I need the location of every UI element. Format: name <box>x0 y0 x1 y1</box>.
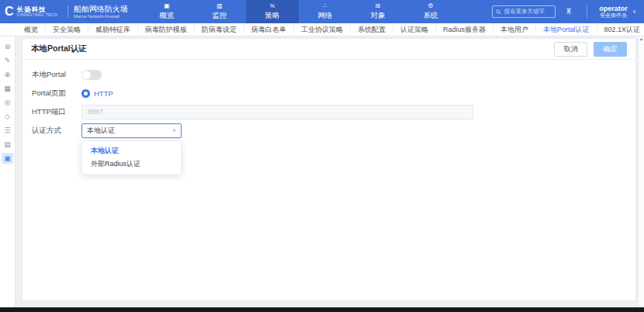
icon-sidebar: ⊚ ✎ ⊕ ▦ ◎ ◇ ☰ ▤ ▣ <box>0 36 16 307</box>
panel-actions: 取消 确定 <box>554 42 627 57</box>
toggle-knob <box>82 71 91 79</box>
subtab-overview[interactable]: 概览 <box>17 26 46 33</box>
product-title: 船舶网络防火墙 Marine Network Firewall <box>74 5 128 19</box>
product-title-en: Marine Network Firewall <box>74 14 128 19</box>
local-portal-auth-panel: 本地Portal认证 取消 确定 本地Portal Portal页面 HTTP <box>22 38 636 301</box>
policy-subtab-bar: 概览 安全策略 威胁特征库 病毒防护模板 防病毒设定 病毒白名单 工业协议策略 … <box>0 23 644 36</box>
subtab-auth-policy[interactable]: 认证策略 <box>393 26 436 33</box>
portal-page-label: Portal页面 <box>32 88 81 99</box>
book-icon[interactable]: ▤ <box>2 139 13 150</box>
target-icon[interactable]: ◎ <box>2 97 13 108</box>
nav-label: 网络 <box>317 11 332 21</box>
portal-page-radio-group: HTTP <box>81 89 113 98</box>
option-local-auth[interactable]: 本地认证 <box>82 144 181 158</box>
local-portal-label: 本地Portal <box>32 70 81 80</box>
nav-label: 策略 <box>265 11 279 21</box>
nav-icon: ▥ <box>216 3 223 9</box>
user-name: operator <box>599 5 628 12</box>
nav-monitoring[interactable]: ▥ 监控 <box>193 0 246 23</box>
main-content: 本地Portal认证 取消 确定 本地Portal Portal页面 HTTP <box>16 36 644 307</box>
nav-objects[interactable]: ⊞ 对象 <box>351 0 404 23</box>
scroll-up-icon[interactable]: ▲ <box>639 36 644 42</box>
top-navigation: ▣ 概览 ▥ 监控 ≒ 策略 ∴ 网络 ⊞ 对象 <box>140 0 457 23</box>
nav-label: 概览 <box>159 11 174 21</box>
http-port-input: 8887 <box>81 105 473 120</box>
window-bottom-edge <box>0 307 644 312</box>
option-external-radius[interactable]: 外部Radius认证 <box>82 158 181 171</box>
confirm-button[interactable]: 确定 <box>594 42 627 57</box>
cancel-button[interactable]: 取消 <box>554 42 587 57</box>
subtab-8021x-auth[interactable]: 802.1X认证 <box>597 26 644 33</box>
subtab-virus-protection-template[interactable]: 病毒防护模板 <box>138 26 195 33</box>
gear-circle-icon[interactable]: ⊚ <box>2 41 13 52</box>
app-header: C 长扬科技 CHANGYANG TECH 船舶网络防火墙 Marine Net… <box>0 0 644 23</box>
form-row-auth-method: 认证方式 本地认证 ∧ <box>32 121 626 140</box>
screen-icon[interactable]: ♜ <box>565 8 572 16</box>
subtab-antivirus-settings[interactable]: 防病毒设定 <box>195 26 244 33</box>
nav-icon: ∴ <box>323 3 327 9</box>
grid-icon[interactable]: ▦ <box>2 83 13 94</box>
http-radio-label: HTTP <box>94 89 113 98</box>
subtab-industrial-protocol-policy[interactable]: 工业协议策略 <box>294 26 351 33</box>
pen-tool-icon[interactable]: ✎ <box>2 55 13 66</box>
nav-icon: ⚙ <box>428 3 433 9</box>
nav-label: 对象 <box>370 11 385 21</box>
portal-auth-form: 本地Portal Portal页面 HTTP HTTP端口 8887 <box>23 60 635 145</box>
form-row-portal-page: Portal页面 HTTP <box>32 84 626 102</box>
auth-method-select[interactable]: 本地认证 ∧ <box>81 123 182 138</box>
nav-overview[interactable]: ▣ 概览 <box>140 0 193 23</box>
globe-icon[interactable]: ⊕ <box>2 69 13 80</box>
nav-icon: ≒ <box>270 3 275 9</box>
http-radio[interactable] <box>81 89 90 98</box>
brand-name-en: CHANGYANG TECH <box>17 13 57 18</box>
subtab-security-policy[interactable]: 安全策略 <box>46 26 88 33</box>
monitor-icon[interactable]: ▣ <box>2 153 13 164</box>
user-role: 安全操作员 <box>600 12 627 19</box>
user-menu[interactable]: operator 安全操作员 <box>599 5 628 19</box>
form-row-http-port: HTTP端口 8887 <box>32 102 626 121</box>
chevron-up-icon: ∧ <box>172 127 176 133</box>
subtab-system-config[interactable]: 系统配置 <box>351 26 393 33</box>
nav-icon: ⊞ <box>376 3 381 9</box>
brand-logo-icon: C <box>5 5 14 18</box>
subtab-local-portal-auth[interactable]: 本地Portal认证 <box>536 26 597 33</box>
search-icon <box>496 9 501 15</box>
header-divider <box>68 5 68 18</box>
auth-method-dropdown: 本地认证 外部Radius认证 <box>81 140 182 175</box>
header-divider <box>587 5 587 18</box>
nav-label: 系统 <box>423 11 438 21</box>
subtab-radius-server[interactable]: Radius服务器 <box>436 26 493 33</box>
nav-system[interactable]: ⚙ 系统 <box>404 0 457 23</box>
product-title-cn: 船舶网络防火墙 <box>74 5 128 14</box>
subtab-local-user[interactable]: 本地用户 <box>493 26 536 33</box>
nav-icon: ▣ <box>164 3 170 9</box>
local-portal-toggle[interactable] <box>81 70 102 80</box>
subtab-virus-whitelist[interactable]: 病毒白名单 <box>244 26 294 33</box>
vertical-scrollbar[interactable]: ▲ <box>638 36 644 307</box>
shield-icon[interactable]: ◇ <box>2 111 13 122</box>
nav-policy[interactable]: ≒ 策略 <box>246 0 299 23</box>
auth-method-label: 认证方式 <box>32 126 81 136</box>
panel-title: 本地Portal认证 <box>31 43 87 54</box>
server-icon[interactable]: ☰ <box>2 125 13 136</box>
http-port-label: HTTP端口 <box>32 107 81 117</box>
form-row-local-portal: 本地Portal <box>32 65 626 84</box>
panel-header: 本地Portal认证 取消 确定 <box>23 39 635 59</box>
brand-name: 长扬科技 CHANGYANG TECH <box>17 6 57 18</box>
auth-method-value: 本地认证 <box>87 126 115 136</box>
nav-network[interactable]: ∴ 网络 <box>299 0 351 23</box>
http-port-value: 8887 <box>88 108 103 116</box>
nav-label: 监控 <box>212 11 227 21</box>
menu-search-input[interactable]: 搜索菜单关键字 <box>492 5 556 18</box>
search-placeholder: 搜索菜单关键字 <box>504 8 545 16</box>
subtab-threat-signature-db[interactable]: 威胁特征库 <box>88 26 138 33</box>
chevron-down-icon[interactable]: ∨ <box>632 9 636 15</box>
